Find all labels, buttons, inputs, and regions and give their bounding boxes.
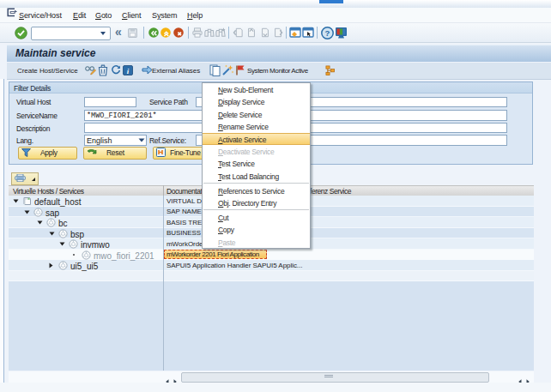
svg-text:?: ? [325,28,330,38]
